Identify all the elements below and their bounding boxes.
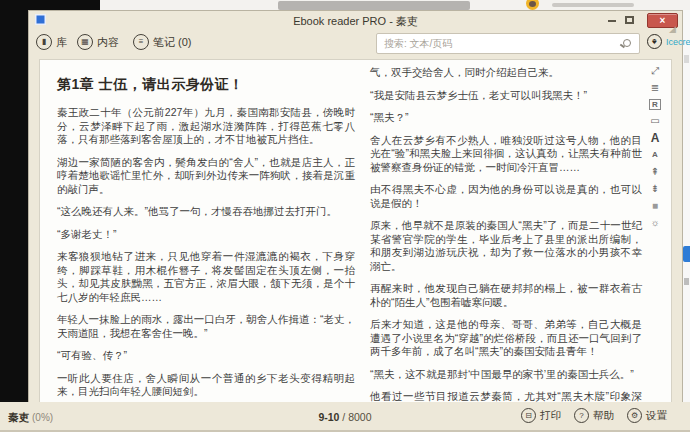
library-icon: ▮ (36, 34, 52, 50)
rotate-page-icon[interactable]: R (649, 99, 661, 110)
search-input[interactable] (377, 34, 639, 53)
help-icon: ? (574, 408, 589, 423)
font-decrease-icon[interactable]: A (652, 149, 658, 161)
background-window-top-sliver (100, 0, 690, 10)
desktop-background-top (28, 0, 100, 10)
search-box (376, 33, 640, 54)
paragraph: 气，双手交给舍人，同时介绍起自己来。 (370, 66, 642, 80)
paragraph: “黑夫？” (370, 111, 642, 125)
fullscreen-icon[interactable]: ⤢ (651, 65, 659, 77)
background-mark (684, 278, 689, 285)
print-button[interactable]: ⊟ 打印 (521, 408, 561, 423)
paragraph: “黑夫，这不就是那封‘中国最早的家书’里的秦国士兵么。” (370, 368, 642, 382)
book-page-right: 气，双手交给舍人，同时介绍起自己来。“我是安陆县云梦乡士伍，老丈可以叫我黑夫！”… (370, 66, 642, 404)
paragraph: 湖边一家简陋的客舍内，鬓角发白的“舍人”，也就是店主人，正哼着楚地歌谣忙里忙外，… (57, 156, 355, 197)
library-label: 库 (56, 35, 67, 50)
font-increase-icon[interactable]: A (651, 132, 660, 144)
ebook-reader-window: Ebook reader PRO - 秦吏 × ▮ 库 ▦ 内容 ≡ 笔记 (0… (28, 10, 683, 432)
right-page-text: 气，双手交给舍人，同时介绍起自己来。“我是安陆县云梦乡士伍，老丈可以叫我黑夫！”… (370, 66, 642, 404)
window-title: Ebook reader PRO - 秦吏 (29, 14, 682, 29)
background-color-icon[interactable]: ■ (652, 200, 658, 212)
help-label: 帮助 (593, 409, 614, 423)
help-button[interactable]: ? 帮助 (574, 408, 614, 423)
paragraph: 后来才知道，这是他的母亲、哥哥、弟弟等，自己大概是遭遇了小说里名为“穿越”的烂俗… (370, 318, 642, 359)
icecream-logo-icon: ♠ (647, 34, 662, 49)
chapter-title: 第1章 士伍，请出示身份证！ (57, 76, 355, 94)
paragraph: “多谢老丈！” (57, 228, 355, 242)
print-icon: ⊟ (521, 408, 536, 423)
page-layout-icon[interactable]: ≣ (651, 82, 659, 94)
left-page-text: 秦王政二十年（公元前227年）九月，秦国南郡安陆县，傍晚时分，云梦泽畔下起了雨，… (57, 106, 355, 404)
line-spacing-increase-icon[interactable]: ⇞ (651, 166, 659, 178)
print-label: 打印 (540, 409, 561, 423)
resize-grip[interactable]: ◢ (669, 24, 676, 34)
paragraph: “这么晚还有人来。”他骂了一句，才慢吞吞地挪过去打开门。 (57, 205, 355, 219)
screen: Ebook reader PRO - 秦吏 × ▮ 库 ▦ 内容 ≡ 笔记 (0… (0, 0, 690, 432)
paragraph: 原来，他早就不是原装的秦国人“黑夫”了，而是二十一世纪某省警官学院的学生，毕业后… (370, 219, 642, 273)
annotation-icon[interactable]: ▭ (650, 115, 659, 127)
background-blue-button-sliver (683, 246, 690, 262)
contents-button[interactable]: ▦ 内容 (77, 34, 119, 50)
paragraph: 再醒来时，他发现自己躺在硬邦邦的榻上，被一群衣着古朴的“陌生人”包围着嘘寒问暖。 (370, 282, 642, 309)
view-settings-strip: ⤢≣R▭AA⇞⇟■☼ (642, 65, 668, 229)
status-bar: 秦吏(0%) 9-10 / 8000 ⊟ 打印 ? 帮助 ⚙ 设置 (0, 402, 690, 432)
title-bar: Ebook reader PRO - 秦吏 × (29, 11, 682, 29)
statusbar-buttons: ⊟ 打印 ? 帮助 ⚙ 设置 (521, 408, 667, 423)
toolbar: ▮ 库 ▦ 内容 ≡ 笔记 (0) ♠ Icecream.me (29, 29, 682, 59)
background-window-right-sliver (683, 10, 690, 432)
settings-button[interactable]: ⚙ 设置 (627, 408, 667, 423)
background-text-sliver (552, 3, 634, 7)
background-mark (684, 55, 689, 63)
settings-label: 设置 (646, 409, 667, 423)
background-avatar (526, 0, 539, 10)
paragraph: “我是安陆县云梦乡士伍，老丈可以叫我黑夫！” (370, 89, 642, 103)
maximize-button[interactable] (625, 16, 634, 24)
paragraph: 来客狼狈地钻了进来，只见他穿着一件湿漉漉的褐衣，下身穿绔，脚踩草鞋，用木棍作簪子… (57, 250, 355, 304)
minimize-button[interactable] (608, 20, 616, 22)
library-button[interactable]: ▮ 库 (36, 34, 67, 50)
paragraph: 一听此人要住店，舍人瞬间从一个普通的乡下老头变得精明起来，目光扫向年轻人腰间短剑… (57, 372, 355, 399)
brightness-icon[interactable]: ☼ (650, 217, 659, 229)
notes-button[interactable]: ≡ 笔记 (0) (133, 34, 192, 50)
background-blurred-content (278, 1, 470, 10)
settings-icon: ⚙ (627, 408, 642, 423)
book-page-left: 第1章 士伍，请出示身份证！ 秦王政二十年（公元前227年）九月，秦国南郡安陆县… (57, 76, 355, 404)
brand-label: Icecream.me (666, 37, 690, 47)
contents-label: 内容 (97, 35, 119, 50)
contents-icon: ▦ (77, 34, 93, 50)
reading-panel: 第1章 士伍，请出示身份证！ 秦王政二十年（公元前227年）九月，秦国南郡安陆县… (39, 59, 672, 404)
paragraph: 由不得黑夫不心虚，因为他的身份可以说是真的，也可以说是假的！ (370, 183, 642, 210)
paragraph: 年轻人一抹脸上的雨水，露出一口白牙，朝舍人作揖道：“老丈，天雨道阻，我想在客舍住… (57, 313, 355, 340)
paragraph: 舍人在云梦乡有不少熟人，唯独没听过这号人物，他的目光在“验”和黑夫脸上来回徘徊，… (370, 134, 642, 175)
brand-logo[interactable]: ♠ Icecream.me (647, 34, 690, 49)
notes-label: 笔记 (0) (153, 35, 192, 50)
paragraph: 秦王政二十年（公元前227年）九月，秦国南郡安陆县，傍晚时分，云梦泽畔下起了雨，… (57, 106, 355, 147)
paragraph: “可有验、传？” (57, 349, 355, 363)
total-pages: / 8000 (339, 411, 371, 423)
desktop-background-left (0, 0, 28, 400)
line-spacing-decrease-icon[interactable]: ⇟ (651, 183, 659, 195)
search-icon[interactable] (623, 39, 631, 47)
notes-icon: ≡ (133, 34, 149, 50)
current-pages: 9-10 (318, 411, 339, 423)
